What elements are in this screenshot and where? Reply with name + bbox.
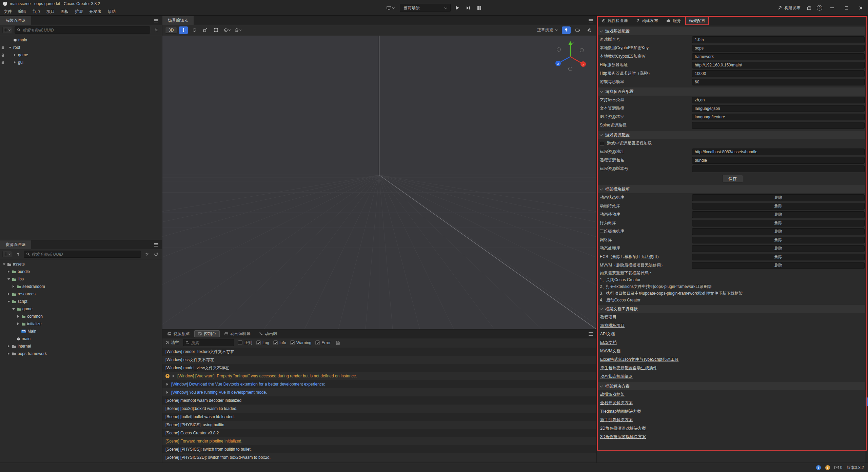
lighting-toggle-button[interactable] [562,26,571,34]
doc-link[interactable]: 动画状态机编辑器 [600,374,633,379]
section-header[interactable]: 框架解决方案 [597,382,868,390]
doc-link[interactable]: 新手引导解决方案 [600,417,633,423]
menu-item[interactable]: 帮助 [104,7,119,16]
filter-icon[interactable] [143,251,150,258]
rotate-tool-button[interactable] [190,26,199,34]
menu-item[interactable]: 编辑 [15,7,29,16]
scene-settings-button[interactable] [585,26,594,34]
minimize-button[interactable] [826,3,838,13]
doc-link[interactable]: API文档 [600,331,615,337]
menu-item[interactable]: 节点 [29,7,43,16]
doc-link[interactable]: MVVM文档 [600,348,620,354]
log-row[interactable]: [Scene] [bullet]:bullet wasm lib loaded. [162,413,596,421]
log-row[interactable]: [Scene] [PHYSICS]: using builtin. [162,421,596,429]
maximize-button[interactable] [840,3,852,13]
asset-node[interactable]: resources [0,290,162,298]
info-count-badge[interactable]: 3 [816,465,821,470]
inspector-tab[interactable]: 属性检查器 [598,16,632,25]
filter-icon[interactable] [153,27,159,34]
delete-button[interactable]: 删除 [692,220,865,227]
expand-arrow-icon[interactable] [13,54,17,56]
menu-item[interactable]: 扩展 [72,7,86,16]
asset-node[interactable]: main [0,335,162,342]
delete-button[interactable]: 删除 [692,262,865,269]
expand-arrow-icon[interactable] [16,322,20,325]
field-input[interactable] [692,149,865,155]
coordinate-space-button[interactable] [233,26,242,34]
help-button[interactable]: ? [815,4,824,12]
console-filter[interactable]: Info [273,340,286,345]
asset-node[interactable]: script [0,298,162,305]
move-tool-button[interactable] [179,26,188,34]
console-tab[interactable]: 动画图 [255,330,281,337]
delete-button[interactable]: 删除 [692,245,865,252]
asset-node[interactable]: assets [0,260,162,268]
report-icon[interactable] [335,339,341,346]
expand-arrow-icon[interactable] [7,345,11,348]
axis-gizmo[interactable]: X Z Y [552,37,589,74]
asset-node[interactable]: bundle [0,268,162,275]
expand-arrow-icon[interactable] [172,375,175,377]
doc-link[interactable]: 教程项目 [600,314,616,320]
assets-tab[interactable]: 资源管理器 [0,240,31,249]
pivot-toggle-button[interactable] [222,26,231,34]
hierarchy-node[interactable]: game [0,51,162,59]
expand-arrow-icon[interactable] [165,383,169,386]
doc-link[interactable]: 2D角色扮演游戏解决方案 [600,426,646,431]
remote-load-checkbox[interactable] [600,141,604,145]
field-input[interactable] [692,45,865,52]
refresh-icon[interactable] [153,251,159,258]
asset-node[interactable]: oops-framework [0,350,162,357]
lock-icon[interactable] [1,61,4,64]
log-row[interactable]: [Scene] Cocos Creator v3.8.2 [162,429,596,437]
expand-arrow-icon[interactable] [7,293,11,295]
view-mode-select[interactable]: 正常浏览 [536,27,559,33]
panel-menu-icon[interactable] [589,19,593,22]
scrollbar-thumb[interactable] [866,397,868,407]
asset-node[interactable]: internal [0,342,162,350]
inspector-scrollbar[interactable] [865,26,868,463]
package-button[interactable] [805,5,813,11]
build-publish-button[interactable]: 构建发布 [775,4,803,12]
layout-button[interactable] [475,5,483,11]
axis-neg-y-ball[interactable] [569,67,572,71]
delete-button[interactable]: 删除 [692,211,865,218]
expand-arrow-icon[interactable] [2,263,6,265]
log-row[interactable]: [Scene] Forward render pipeline initiali… [162,437,596,445]
console-filter[interactable]: Warning [290,340,311,345]
section-header[interactable]: 游戏资源配置 [597,131,868,139]
doc-link[interactable]: 战棋游戏框架 [600,392,625,397]
doc-link[interactable]: 游戏模板项目 [600,323,625,329]
axis-neg-z-ball[interactable] [580,48,584,52]
field-input[interactable] [692,97,865,103]
delete-button[interactable]: 删除 [692,254,865,260]
expand-arrow-icon[interactable] [8,47,12,48]
delete-button[interactable]: 删除 [692,237,865,243]
hierarchy-tab[interactable]: 层级管理器 [0,16,31,25]
scene-select[interactable]: 当前场景 [400,4,451,12]
expand-arrow-icon[interactable] [13,61,17,64]
field-input[interactable] [692,62,865,68]
log-row[interactable]: [Window] model_view文件夹不存在 [162,364,596,372]
doc-link[interactable]: 原生包热更新配置自动生成插件 [600,365,657,371]
panel-menu-icon[interactable] [154,243,158,247]
rect-tool-button[interactable] [212,26,220,34]
doc-link[interactable]: 3D角色扮演游戏解决方案 [600,434,646,440]
menu-item[interactable]: 开发者 [86,7,104,16]
asset-node[interactable]: seedrandom [0,283,162,290]
checkbox-icon[interactable] [290,340,295,345]
scale-tool-button[interactable] [201,26,210,34]
section-header[interactable]: 游戏多语言配置 [597,87,868,96]
log-row[interactable]: [Window] render_texture文件夹不存在 [162,348,596,356]
preview-target-select[interactable] [385,5,396,11]
log-row[interactable]: [Window] [Vue warn]: Property "onInput" … [162,372,596,380]
hierarchy-node[interactable]: main [0,36,162,44]
sort-icon[interactable] [15,251,21,258]
doc-link[interactable]: ECS文档 [600,340,617,346]
doc-link[interactable]: Tiledmap地图解决方案 [600,409,641,414]
close-button[interactable] [854,3,867,13]
lock-icon[interactable] [1,53,4,57]
panel-menu-icon[interactable] [154,19,158,22]
expand-arrow-icon[interactable] [12,285,15,288]
checkbox-icon[interactable] [256,340,261,345]
